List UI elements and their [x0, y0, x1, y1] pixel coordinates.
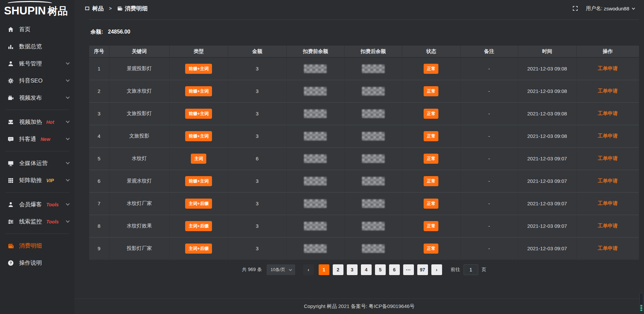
question-circle-icon: ?: [7, 260, 14, 266]
cell-amount: 3: [228, 192, 286, 215]
status-badge: 正常: [424, 131, 438, 141]
bar-chart-icon: [7, 43, 14, 50]
cell-index: 1: [89, 57, 109, 80]
page-size-value: 10条/页: [271, 267, 285, 273]
col-header-index: 序号: [89, 46, 109, 57]
cell-time: 2021-12-03 09:08: [518, 80, 576, 102]
status-badge: 正常: [424, 154, 438, 164]
type-badge: 前缀+主词: [185, 131, 212, 141]
page-size-select[interactable]: 10条/页: [267, 264, 295, 275]
work-order-link[interactable]: 工单申请: [598, 200, 618, 206]
footer: Copyright 树品 2021 备案号: 粤ICP备09019646号: [74, 299, 644, 314]
sidebar-item-clue-monitor[interactable]: 线索监控 Tools: [0, 213, 74, 230]
sidebar-item-label: 首页: [19, 25, 31, 33]
sidebar-item-all-media-operation[interactable]: 全媒体运营: [0, 155, 74, 172]
type-badge: 前缀+主词: [185, 86, 212, 96]
breadcrumb-home[interactable]: 树品: [92, 5, 104, 12]
status-badge: 正常: [424, 221, 438, 231]
work-order-link[interactable]: 工单申请: [598, 88, 618, 94]
floating-widget[interactable]: [639, 293, 643, 312]
censored-balance-before: [304, 64, 327, 73]
type-badge: 主词+后缀: [185, 244, 212, 254]
work-order-link[interactable]: 工单申请: [598, 245, 618, 251]
censored-balance-before: [304, 109, 327, 118]
status-badge: 正常: [424, 199, 438, 209]
censored-balance-before: [304, 177, 327, 186]
work-order-link[interactable]: 工单申请: [598, 223, 618, 228]
table-row: 3 文旅投影灯 前缀+主词 3 正常 - 2021-12-03 09:08 工单…: [89, 102, 639, 125]
work-order-link[interactable]: 工单申请: [598, 65, 618, 71]
table-row: 8 水纹灯效果 主词+后缀 3 正常 - 2021-12-03 09:07 工单…: [89, 215, 639, 237]
goto-page-input[interactable]: [464, 264, 478, 275]
sidebar-menu: 首页 数据总览 账号管理 抖音SEO: [0, 19, 74, 271]
sidebar-item-label: 会员爆客: [19, 201, 42, 208]
sidebar-item-video-publish[interactable]: 视频发布: [0, 89, 74, 106]
sidebar-item-douyin-seo[interactable]: 抖音SEO: [0, 72, 74, 89]
sidebar-item-account-management[interactable]: 账号管理: [0, 55, 74, 72]
cell-keyword: 文旅投影灯: [109, 102, 169, 125]
user-menu[interactable]: 用户名: zswodun88: [586, 5, 635, 12]
new-badge: New: [41, 137, 50, 142]
sidebar-item-label: 消费明细: [19, 242, 42, 250]
grid-icon: [7, 177, 14, 184]
table-row: 9 投影灯厂家 主词+后缀 3 正常 - 2021-12-03 09:07 工单…: [89, 237, 639, 260]
content: 余额: 24856.00 序号 关键词 类型 金额 扣费前余额 扣费: [74, 20, 644, 299]
work-order-link[interactable]: 工单申请: [598, 110, 618, 116]
page-button-3[interactable]: 3: [347, 264, 358, 275]
censored-balance-before: [304, 154, 327, 163]
page-button-1[interactable]: 1: [319, 264, 329, 275]
sidebar-item-instructions[interactable]: ? 操作说明: [0, 254, 74, 271]
more-pages-button[interactable]: •••: [403, 264, 414, 275]
chevron-down-icon: [66, 219, 69, 222]
stamp-icon: [7, 119, 14, 125]
cell-remark: -: [460, 147, 518, 170]
cell-amount: 3: [228, 102, 286, 125]
sidebar-item-douketong[interactable]: 抖客通 New: [0, 130, 74, 148]
cell-remark: -: [460, 80, 518, 102]
cell-amount: 3: [228, 215, 286, 237]
prev-page-button[interactable]: ‹: [303, 264, 314, 275]
cell-keyword: 景观水纹灯: [109, 170, 169, 192]
page-button-4[interactable]: 4: [361, 264, 372, 275]
sidebar-item-member-leads[interactable]: 会员爆客 Tools: [0, 196, 74, 213]
chat-bubble-icon: [7, 136, 14, 143]
sidebar-item-matrix-boost[interactable]: 矩阵助推 VIP: [0, 172, 74, 189]
sidebar-item-video-heating[interactable]: 视频加热 Hot: [0, 113, 74, 130]
dashboard-icon: [85, 6, 90, 11]
work-order-link[interactable]: 工单申请: [598, 155, 618, 161]
sidebar-item-consumption-details[interactable]: 消费明细: [0, 237, 74, 254]
breadcrumb: 树品 > 消费明细: [85, 5, 148, 12]
goto-unit: 页: [482, 267, 486, 273]
cell-index: 2: [89, 80, 109, 102]
username-value: zswodun88: [604, 6, 629, 11]
brand-logo: SHUPIN树品: [0, 0, 74, 19]
work-order-link[interactable]: 工单申请: [598, 133, 618, 139]
monitor-icon: [7, 160, 14, 167]
page-button-6[interactable]: 6: [389, 264, 400, 275]
balance: 余额: 24856.00: [91, 29, 638, 36]
censored-balance-after: [362, 87, 385, 96]
page-button-97[interactable]: 97: [417, 264, 428, 275]
cell-time: 2021-12-03 09:07: [518, 237, 576, 260]
sidebar-item-label: 视频发布: [19, 94, 42, 102]
sidebar-item-label: 数据总览: [19, 43, 42, 50]
fullscreen-icon[interactable]: [573, 6, 578, 11]
next-page-button[interactable]: ›: [431, 264, 442, 275]
page-button-2[interactable]: 2: [333, 264, 343, 275]
cell-amount: 3: [228, 170, 286, 192]
status-badge: 正常: [424, 86, 438, 96]
type-badge: 主词+后缀: [185, 221, 212, 231]
status-badge: 正常: [424, 64, 438, 74]
type-badge: 主词+后缀: [185, 199, 212, 209]
cell-time: 2021-12-03 09:08: [518, 57, 576, 80]
page-button-5[interactable]: 5: [375, 264, 386, 275]
sidebar-item-data-overview[interactable]: 数据总览: [0, 38, 74, 55]
consumption-table: 序号 关键词 类型 金额 扣费前余额 扣费后余额 状态 备注 时间 操作 1: [89, 46, 639, 260]
work-order-link[interactable]: 工单申请: [598, 178, 618, 184]
topbar-right: 用户名: zswodun88: [573, 5, 635, 12]
col-header-status: 状态: [402, 46, 461, 57]
sidebar-item-home[interactable]: 首页: [0, 21, 74, 38]
censored-balance-before: [304, 87, 327, 96]
table-row: 2 文旅水纹灯 前缀+主词 3 正常 - 2021-12-03 09:08 工单…: [89, 80, 639, 102]
type-badge: 主词: [191, 154, 206, 164]
